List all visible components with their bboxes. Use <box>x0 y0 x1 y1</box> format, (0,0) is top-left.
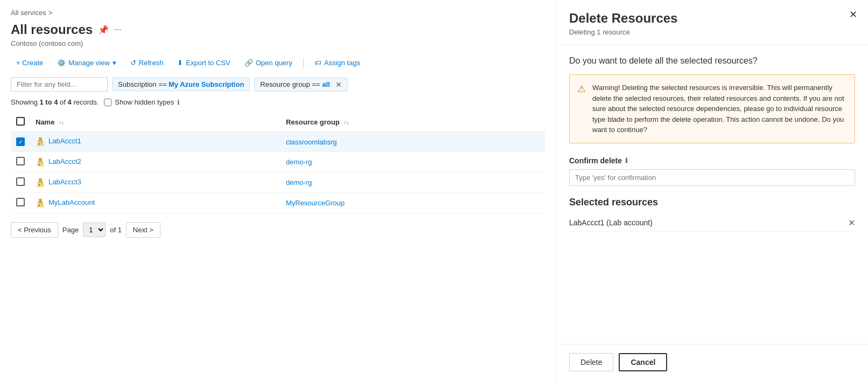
confirm-input[interactable] <box>569 169 855 186</box>
panel-footer: Delete Cancel <box>556 344 868 380</box>
col-name-header: Name ↑↓ <box>30 113 281 132</box>
panel-title: Delete Resources <box>569 11 855 26</box>
resource-group-link[interactable]: demo-rg <box>286 178 312 186</box>
row-name-cell: LabAccct2 <box>30 152 281 172</box>
more-options-icon[interactable]: ··· <box>114 25 121 34</box>
create-button[interactable]: + Create <box>11 56 48 70</box>
panel-header: Delete Resources Deleting 1 resource ✕ <box>556 0 868 45</box>
refresh-button[interactable]: ↺ Refresh <box>125 56 169 70</box>
pagination: < Previous Page 1 of 1 Next > <box>11 222 545 238</box>
show-hidden-text: Show hidden types <box>115 98 174 106</box>
resource-group-link[interactable]: MyResourceGroup <box>286 199 345 207</box>
info-icon[interactable]: ℹ <box>177 99 180 106</box>
row-checkbox[interactable] <box>16 157 25 165</box>
records-row: Showing 1 to 4 of 4 records. Show hidden… <box>11 98 545 106</box>
assign-tags-button[interactable]: 🏷 Assign tags <box>309 56 366 70</box>
page-total: of 1 <box>110 226 122 234</box>
delete-button[interactable]: Delete <box>569 353 613 371</box>
table-row: LabAccct2demo-rg <box>11 152 545 172</box>
delete-resources-panel: Delete Resources Deleting 1 resource ✕ D… <box>556 0 868 380</box>
svg-rect-3 <box>39 158 41 162</box>
row-checkbox[interactable] <box>16 177 25 186</box>
gear-icon: ⚙️ <box>57 59 66 67</box>
row-rg-cell: MyResourceGroup <box>281 193 545 213</box>
resource-group-filter-close[interactable]: ✕ <box>335 80 342 89</box>
resource-name-link[interactable]: LabAccct3 <box>48 178 81 186</box>
remove-selected-resource-button[interactable]: ✕ <box>848 218 855 228</box>
svg-point-7 <box>39 184 40 185</box>
export-csv-button[interactable]: ⬇ Export to CSV <box>172 56 235 70</box>
lab-account-icon <box>36 178 45 188</box>
svg-point-11 <box>41 204 42 205</box>
resource-group-link[interactable]: demo-rg <box>286 158 312 166</box>
row-checkbox-cell <box>11 152 30 172</box>
rg-sort-icon[interactable]: ↑↓ <box>344 120 349 126</box>
query-icon: 🔗 <box>244 59 253 67</box>
breadcrumb[interactable]: All services > <box>11 9 545 17</box>
svg-rect-6 <box>39 178 41 182</box>
panel-subtitle: Deleting 1 resource <box>569 28 855 36</box>
page-select[interactable]: 1 <box>83 223 106 237</box>
svg-rect-0 <box>39 137 41 141</box>
selected-resources-section: Selected resources LabAccct1 (Lab accoun… <box>569 197 855 232</box>
row-checkbox-cell <box>11 132 30 152</box>
subscription-filter-text: Subscription == My Azure Subscription <box>118 80 244 88</box>
selected-resource-name: LabAccct1 (Lab account) <box>569 218 653 227</box>
selected-resources-title: Selected resources <box>569 197 855 208</box>
row-rg-cell: demo-rg <box>281 152 545 172</box>
row-rg-cell: demo-rg <box>281 172 545 193</box>
confirm-label: Confirm delete ℹ <box>569 156 855 165</box>
open-query-button[interactable]: 🔗 Open query <box>239 56 298 70</box>
page-label: Page <box>62 226 79 234</box>
resource-group-filter-text: Resource group == all <box>260 80 330 88</box>
panel-body: Do you want to delete all the selected r… <box>556 45 868 344</box>
row-checkbox[interactable] <box>16 198 25 206</box>
resource-name-link[interactable]: LabAccct1 <box>48 137 81 145</box>
prev-button[interactable]: < Previous <box>11 222 58 238</box>
refresh-icon: ↺ <box>130 59 136 67</box>
row-rg-cell: classroomlabsrg <box>281 132 545 152</box>
row-name-cell: LabAccct3 <box>30 172 281 193</box>
row-checkbox[interactable] <box>16 137 25 146</box>
col-rg-header: Resource group ↑↓ <box>281 113 545 132</box>
left-panel: All services > All resources 📌 ··· Conto… <box>0 0 556 380</box>
records-count: Showing 1 to 4 of 4 records. <box>11 98 99 106</box>
lab-account-icon <box>36 137 45 147</box>
cancel-button[interactable]: Cancel <box>619 353 667 371</box>
col-checkbox <box>11 113 30 132</box>
subscription-filter-tag: Subscription == My Azure Subscription <box>112 78 250 91</box>
row-checkbox-cell <box>11 193 30 213</box>
confirm-info-icon[interactable]: ℹ <box>625 157 628 164</box>
svg-rect-9 <box>39 199 41 203</box>
table-row: MyLabAccountMyResourceGroup <box>11 193 545 213</box>
row-name-cell: LabAccct1 <box>30 132 281 152</box>
name-sort-icon[interactable]: ↑↓ <box>59 120 64 126</box>
next-button[interactable]: Next > <box>126 222 160 238</box>
svg-point-10 <box>39 204 40 206</box>
lab-account-icon <box>36 157 45 167</box>
table-row: LabAccct3demo-rg <box>11 172 545 193</box>
show-hidden-checkbox[interactable] <box>104 99 111 106</box>
tag-icon: 🏷 <box>314 59 321 67</box>
resource-name-link[interactable]: MyLabAccount <box>48 198 95 206</box>
select-all-checkbox[interactable] <box>16 117 25 126</box>
manage-view-button[interactable]: ⚙️ Manage view ▾ <box>52 56 122 70</box>
toolbar-divider <box>303 58 304 68</box>
confirm-section: Confirm delete ℹ <box>569 156 855 186</box>
breadcrumb-link[interactable]: All services <box>11 9 46 17</box>
resource-table: Name ↑↓ Resource group ↑↓ LabAccct1class… <box>11 113 545 213</box>
filter-input[interactable] <box>11 77 108 92</box>
resource-group-link[interactable]: classroomlabsrg <box>286 138 337 146</box>
toolbar: + Create ⚙️ Manage view ▾ ↺ Refresh ⬇ Ex… <box>11 56 545 70</box>
page-header: All resources 📌 ··· <box>11 22 545 37</box>
close-panel-button[interactable]: ✕ <box>849 9 857 20</box>
svg-point-1 <box>39 143 40 145</box>
warning-text: Warning! Deleting the selected resources… <box>592 82 847 135</box>
svg-point-4 <box>39 163 40 165</box>
show-hidden-label[interactable]: Show hidden types ℹ <box>104 98 180 106</box>
row-checkbox-cell <box>11 172 30 193</box>
resource-name-link[interactable]: LabAccct2 <box>48 157 81 165</box>
page-title: All resources <box>11 22 93 37</box>
svg-point-8 <box>41 183 42 184</box>
pin-icon[interactable]: 📌 <box>98 25 109 35</box>
